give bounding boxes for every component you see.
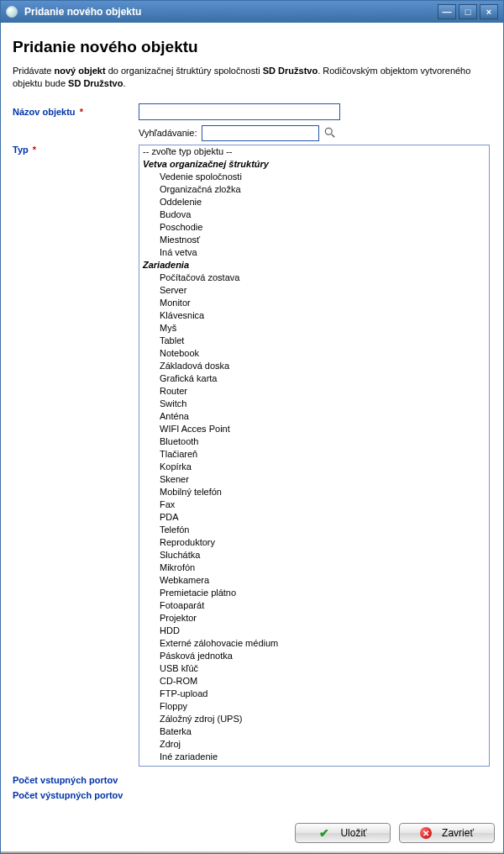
close-icon: ✕	[420, 827, 432, 839]
list-item[interactable]: Poschodie	[139, 221, 489, 234]
type-row: Typ * -- zvoľte typ objektu --Vetva orga…	[13, 145, 491, 767]
list-item[interactable]: Router	[139, 385, 489, 398]
required-mark: *	[80, 107, 83, 117]
close-button[interactable]: ✕ Zavrieť	[399, 823, 495, 843]
intro-end: .	[123, 78, 125, 88]
intro-text: Pridávate nový objekt do organizačnej št…	[13, 65, 491, 90]
list-item[interactable]: Baterka	[139, 725, 489, 738]
list-item[interactable]: Projektor	[139, 612, 489, 625]
list-group: Osoba	[139, 763, 489, 767]
list-item[interactable]: Budova	[139, 208, 489, 221]
maximize-button[interactable]: □	[459, 4, 477, 19]
list-item[interactable]: Grafická karta	[139, 372, 489, 385]
button-bar: ✔ Uložiť ✕ Zavrieť	[1, 811, 503, 851]
list-item[interactable]: Premietacie plátno	[139, 587, 489, 599]
list-item[interactable]: Bluetooth	[139, 435, 489, 448]
list-item[interactable]: Organizačná zložka	[139, 183, 489, 196]
list-item[interactable]: Mobilný telefón	[139, 486, 489, 498]
list-item[interactable]: Myš	[139, 322, 489, 335]
list-item[interactable]: Telefón	[139, 524, 489, 536]
ports-in-label: Počet vstupných portov	[13, 775, 491, 785]
list-item[interactable]: HDD	[139, 625, 489, 637]
save-button-label: Uložiť	[340, 827, 366, 839]
list-item[interactable]: Webkamera	[139, 574, 489, 587]
search-row: Vyhľadávanie:	[139, 125, 491, 141]
required-mark-type: *	[33, 145, 36, 155]
titlebar: Pridanie nového objektu — □ ×	[1, 1, 503, 23]
list-item[interactable]: Tablet	[139, 335, 489, 347]
window-title: Pridanie nového objektu	[24, 6, 141, 18]
search-input[interactable]	[202, 125, 319, 141]
list-item[interactable]: Fax	[139, 498, 489, 511]
check-icon: ✔	[318, 827, 330, 839]
list-group: Vetva organizačnej štruktúry	[139, 158, 489, 171]
list-item[interactable]: Anténa	[139, 410, 489, 423]
type-label-text: Typ	[13, 145, 29, 155]
list-item[interactable]: USB kľúč	[139, 662, 489, 675]
list-item[interactable]: Reproduktory	[139, 536, 489, 549]
search-icon[interactable]	[324, 127, 336, 139]
list-item[interactable]: Mikrofón	[139, 561, 489, 574]
list-item[interactable]: Oddelenie	[139, 196, 489, 208]
intro-parent: SD Družstvo	[68, 78, 123, 88]
intro-pre: Pridávate	[13, 66, 55, 76]
page-title: Pridanie nového objektu	[13, 38, 491, 56]
list-item[interactable]: Externé zálohovacie médium	[139, 637, 489, 650]
list-item[interactable]: Zdroj	[139, 738, 489, 751]
save-button[interactable]: ✔ Uložiť	[295, 823, 391, 843]
list-item[interactable]: WIFI Acces Point	[139, 423, 489, 435]
intro-mid: do organizačnej štruktúry spoločnosti	[106, 66, 263, 76]
window-close-button[interactable]: ×	[480, 4, 498, 19]
list-item[interactable]: Pásková jednotka	[139, 650, 489, 662]
list-item[interactable]: Sluchátka	[139, 549, 489, 561]
list-item[interactable]: Tlačiareň	[139, 448, 489, 461]
name-row: Názov objektu *	[13, 103, 491, 120]
app-icon	[6, 6, 18, 18]
list-item[interactable]: Iná vetva	[139, 246, 489, 259]
intro-company: SD Družstvo	[263, 66, 318, 76]
list-item[interactable]: Monitor	[139, 297, 489, 309]
list-item[interactable]: Vedenie spoločnosti	[139, 171, 489, 183]
name-label-text: Názov objektu	[13, 107, 76, 117]
dialog-window: Pridanie nového objektu — □ × Pridanie n…	[0, 0, 504, 854]
list-item[interactable]: Základová doska	[139, 360, 489, 372]
list-item[interactable]: Záložný zdroj (UPS)	[139, 713, 489, 725]
ports-out-label: Počet výstupných portov	[13, 790, 491, 800]
list-item[interactable]: Switch	[139, 398, 489, 410]
list-item[interactable]: Iné zariadenie	[139, 751, 489, 763]
list-item[interactable]: PDA	[139, 511, 489, 524]
list-item[interactable]: Fotoaparát	[139, 599, 489, 612]
name-input[interactable]	[139, 103, 340, 120]
intro-bold1: nový objekt	[55, 66, 106, 76]
list-header[interactable]: -- zvoľte typ objektu --	[139, 145, 489, 158]
svg-line-1	[332, 134, 335, 138]
list-item[interactable]: Počítačová zostava	[139, 271, 489, 284]
list-item[interactable]: Kopírka	[139, 461, 489, 473]
list-item[interactable]: Klávesnica	[139, 309, 489, 322]
list-item[interactable]: Notebook	[139, 347, 489, 360]
content-area: Pridanie nového objektu Pridávate nový o…	[1, 23, 503, 811]
type-listbox[interactable]: -- zvoľte typ objektu --Vetva organizačn…	[139, 145, 490, 767]
list-item[interactable]: CD-ROM	[139, 675, 489, 688]
list-item[interactable]: Server	[139, 284, 489, 297]
name-label: Názov objektu *	[13, 107, 139, 117]
list-item[interactable]: Skener	[139, 473, 489, 486]
list-item[interactable]: Floppy	[139, 700, 489, 713]
search-label: Vyhľadávanie:	[139, 128, 197, 138]
list-item[interactable]: Miestnosť	[139, 234, 489, 246]
bottom-labels: Počet vstupných portov Počet výstupných …	[13, 775, 491, 800]
svg-point-0	[326, 129, 333, 135]
minimize-button[interactable]: —	[438, 4, 456, 19]
footer-shadow	[1, 851, 503, 853]
list-group: Zariadenia	[139, 259, 489, 271]
type-label: Typ *	[13, 145, 139, 155]
list-item[interactable]: FTP-upload	[139, 688, 489, 700]
close-button-label: Zavrieť	[442, 827, 474, 839]
